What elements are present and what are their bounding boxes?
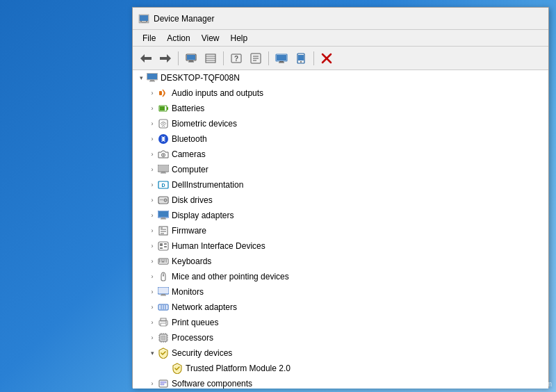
svg-rect-3	[146, 21, 147, 22]
cameras-label: Cameras	[172, 149, 206, 159]
toolbar-monitor-button[interactable]	[272, 49, 291, 67]
menu-file[interactable]: File	[138, 32, 160, 44]
tree-view[interactable]: ▾ DESKTOP-TQF008N › Audio	[133, 70, 548, 389]
firmware-icon	[158, 225, 169, 236]
biometric-expander[interactable]: ›	[147, 118, 158, 129]
keyboards-expander[interactable]: ›	[147, 256, 158, 267]
tree-item-monitors[interactable]: › Monitors	[133, 284, 548, 300]
svg-rect-10	[187, 55, 195, 60]
menu-action[interactable]: Action	[163, 32, 194, 44]
tree-root[interactable]: ▾ DESKTOP-TQF008N	[133, 70, 548, 85]
svg-rect-82	[161, 294, 165, 295]
dell-expander[interactable]: ›	[147, 179, 158, 190]
svg-rect-25	[279, 61, 284, 63]
svg-rect-69	[160, 247, 163, 249]
tree-item-biometric[interactable]: › Biometric devices	[133, 116, 548, 131]
tree-item-disk[interactable]: › Disk drives	[133, 193, 548, 208]
svg-rect-34	[150, 80, 154, 81]
toolbar-device-button[interactable]	[292, 49, 310, 67]
network-expander[interactable]: ›	[147, 302, 158, 313]
display-expander[interactable]: ›	[147, 210, 158, 221]
tree-item-network[interactable]: › Network adapters	[133, 300, 548, 315]
bluetooth-icon	[158, 133, 169, 145]
menu-help[interactable]: Help	[227, 32, 252, 44]
svg-rect-1	[140, 15, 148, 21]
processors-expander[interactable]: ›	[147, 332, 158, 343]
audio-expander[interactable]: ›	[147, 88, 158, 99]
tree-item-computer[interactable]: › Computer	[133, 162, 548, 177]
cameras-expander[interactable]: ›	[147, 149, 158, 160]
software-components-expander[interactable]: ›	[147, 378, 158, 389]
firmware-expander[interactable]: ›	[147, 225, 158, 236]
svg-point-54	[165, 200, 166, 201]
hid-expander[interactable]: ›	[147, 240, 158, 252]
watermark: wsxdn.com	[517, 380, 552, 388]
tree-item-software-components[interactable]: › Software components	[133, 376, 548, 389]
toolbar-sep-3	[268, 51, 269, 65]
print-expander[interactable]: ›	[147, 317, 158, 328]
tree-item-processors[interactable]: › Proces	[133, 330, 548, 345]
audio-label: Audio inputs and outputs	[172, 88, 263, 98]
tree-item-hid[interactable]: › Human Interface Devices	[133, 238, 548, 254]
software-components-icon	[158, 378, 169, 389]
svg-rect-73	[163, 260, 165, 261]
biometric-label: Biometric devices	[172, 119, 237, 129]
tree-item-tpm[interactable]: › Trusted Platform Module 2.0	[133, 361, 548, 376]
toolbar-sep-1	[178, 51, 179, 65]
svg-rect-28	[298, 55, 304, 60]
toolbar-help-button[interactable]: ?	[227, 49, 245, 67]
batteries-expander[interactable]: ›	[147, 103, 158, 114]
root-label: DESKTOP-TQF008N	[161, 73, 240, 83]
svg-rect-24	[277, 55, 286, 60]
print-icon	[158, 317, 169, 328]
bluetooth-expander[interactable]: ›	[147, 133, 158, 145]
toolbar-forward-button[interactable]	[156, 49, 174, 67]
mice-expander[interactable]: ›	[147, 271, 158, 282]
tree-item-firmware[interactable]: › Firmware	[133, 223, 548, 238]
toolbar-properties-button[interactable]	[247, 49, 265, 67]
svg-rect-26	[279, 62, 284, 63]
tree-item-print[interactable]: › Print queues	[133, 315, 548, 330]
toolbar-computer-button[interactable]	[182, 49, 200, 67]
svg-rect-38	[160, 106, 165, 111]
svg-rect-36	[159, 91, 162, 95]
tree-item-bluetooth[interactable]: › Bluetooth	[133, 131, 548, 147]
svg-rect-83	[161, 295, 166, 296]
toolbar-list-button[interactable]	[202, 49, 220, 67]
audio-icon	[158, 88, 169, 99]
computer-icon	[147, 72, 158, 83]
tree-item-display[interactable]: › Display adapters	[133, 208, 548, 223]
monitors-expander[interactable]: ›	[147, 286, 158, 297]
tree-item-audio[interactable]: › Audio inputs and outputs	[133, 85, 548, 101]
root-expander[interactable]: ▾	[136, 72, 147, 83]
svg-rect-11	[189, 60, 193, 62]
svg-point-92	[165, 322, 167, 323]
security-expander[interactable]: ▾	[147, 348, 158, 359]
disk-expander[interactable]: ›	[147, 195, 158, 206]
menu-view[interactable]: View	[197, 32, 224, 44]
tree-item-cameras[interactable]: › Cameras	[133, 147, 548, 162]
security-icon	[158, 348, 169, 359]
print-label: Print queues	[172, 318, 218, 327]
tree-item-keyboards[interactable]: › Keyboards	[133, 254, 548, 269]
disk-label: Disk drives	[172, 195, 213, 205]
firmware-label: Firmware	[172, 226, 206, 236]
bluetooth-label: Bluetooth	[172, 134, 207, 144]
computer-expander[interactable]: ›	[147, 164, 158, 175]
svg-rect-76	[161, 261, 165, 263]
toolbar-uninstall-button[interactable]	[318, 49, 336, 67]
tree-item-mice[interactable]: › Mice and other pointing devices	[133, 269, 548, 284]
device-manager-window: Device Manager File Action View Help	[132, 7, 549, 388]
tree-item-dell[interactable]: › D DellInstrumentation	[133, 177, 548, 193]
processors-icon	[158, 332, 169, 343]
svg-rect-68	[164, 246, 167, 247]
keyboards-label: Keyboards	[172, 256, 211, 266]
svg-rect-109	[161, 384, 164, 385]
svg-rect-75	[159, 261, 161, 263]
tree-item-batteries[interactable]: › Batteries	[133, 101, 548, 116]
cameras-icon	[158, 149, 169, 160]
svg-rect-58	[161, 218, 165, 219]
tree-item-security[interactable]: ▾ Security devices	[133, 345, 548, 361]
toolbar-back-button[interactable]	[137, 49, 155, 67]
svg-point-29	[300, 61, 302, 63]
